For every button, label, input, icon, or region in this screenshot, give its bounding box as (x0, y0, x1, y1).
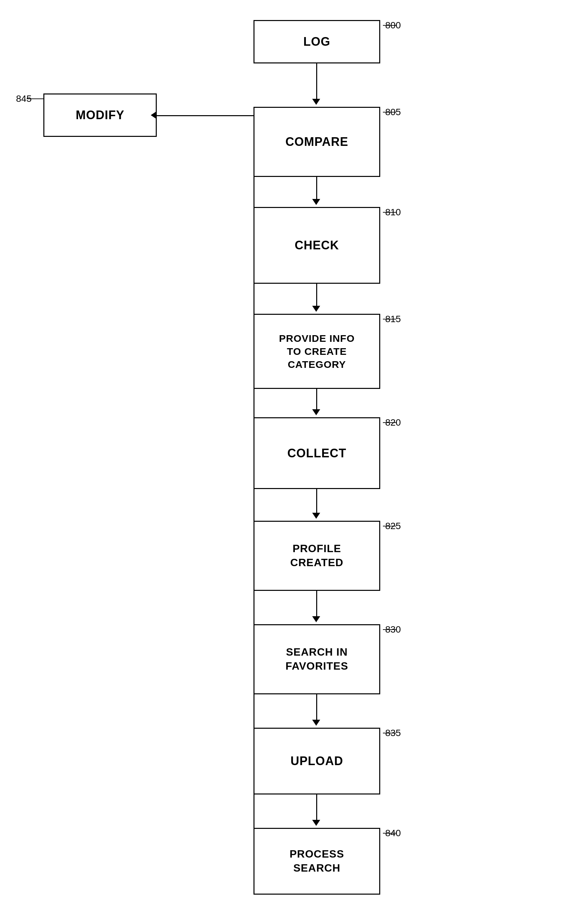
profile-created-box: PROFILE CREATED (253, 521, 380, 591)
collect-box: COLLECT (253, 417, 380, 489)
flowchart-diagram: LOG 800 COMPARE 805 CHECK 810 PROVIDE IN… (0, 0, 572, 924)
log-box: LOG (253, 20, 380, 64)
compare-box: COMPARE (253, 107, 380, 177)
check-box: CHECK (253, 207, 380, 284)
modify-box: MODIFY (44, 93, 157, 137)
process-search-box: PROCESS SEARCH (253, 828, 380, 894)
provide-info-box: PROVIDE INFO TO CREATE CATEGORY (253, 314, 380, 389)
search-favorites-box: SEARCH IN FAVORITES (253, 624, 380, 694)
upload-box: UPLOAD (253, 728, 380, 795)
